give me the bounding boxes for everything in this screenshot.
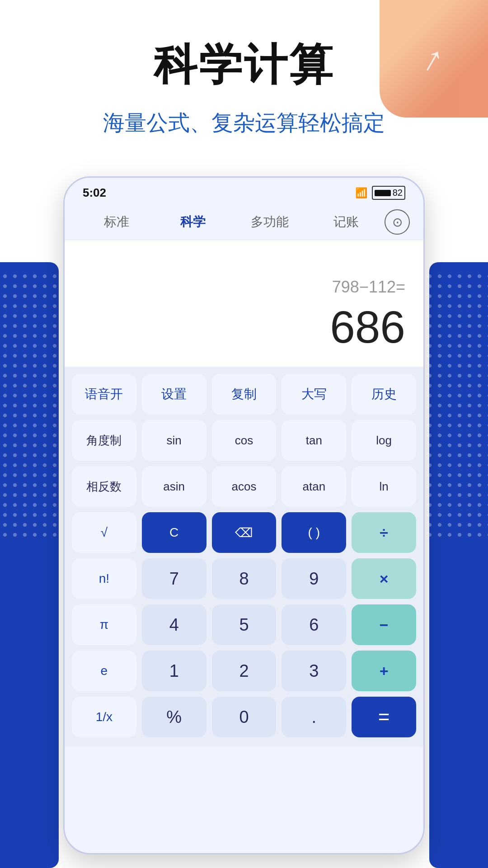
btn-3[interactable]: 3 xyxy=(282,651,346,691)
btn-tan[interactable]: tan xyxy=(282,420,346,461)
btn-subtract[interactable]: − xyxy=(352,604,416,645)
battery-indicator: 82 xyxy=(372,186,405,200)
btn-settings[interactable]: 设置 xyxy=(142,374,206,415)
btn-add[interactable]: + xyxy=(352,651,416,691)
btn-1[interactable]: 1 xyxy=(142,651,206,691)
tab-science[interactable]: 科学 xyxy=(155,209,232,235)
btn-copy[interactable]: 复制 xyxy=(212,374,277,415)
btn-cos[interactable]: cos xyxy=(212,420,277,461)
btn-4[interactable]: 4 xyxy=(142,604,206,645)
status-icons: 📶 82 xyxy=(355,186,405,200)
btn-9[interactable]: 9 xyxy=(282,558,346,599)
btn-2[interactable]: 2 xyxy=(212,651,277,691)
battery-fill xyxy=(375,190,391,196)
btn-reciprocal[interactable]: 1/x xyxy=(72,697,136,737)
btn-decimal[interactable]: . xyxy=(282,697,346,737)
keyboard: 语音开 设置 复制 大写 历史 角度制 sin cos tan log 相反数 … xyxy=(65,367,423,746)
deco-corner xyxy=(380,0,488,118)
btn-sqrt[interactable]: √ xyxy=(72,512,136,553)
btn-7[interactable]: 7 xyxy=(142,558,206,599)
btn-atan[interactable]: atan xyxy=(282,466,346,507)
btn-backspace[interactable]: ⌫ xyxy=(212,512,277,553)
battery-level: 82 xyxy=(393,188,403,198)
tab-multifunction[interactable]: 多功能 xyxy=(231,209,308,235)
display-area: 798−112= 686 xyxy=(65,240,423,367)
btn-multiply[interactable]: × xyxy=(352,558,416,599)
top-section: 科学计算 海量公式、复杂运算轻松搞定 xyxy=(0,0,488,181)
key-row-789: n! 7 8 9 × xyxy=(72,558,416,599)
btn-sin[interactable]: sin xyxy=(142,420,206,461)
btn-uppercase[interactable]: 大写 xyxy=(282,374,346,415)
btn-asin[interactable]: asin xyxy=(142,466,206,507)
btn-voice[interactable]: 语音开 xyxy=(72,374,136,415)
btn-clear[interactable]: C xyxy=(142,512,206,553)
btn-equals[interactable]: = xyxy=(352,697,416,737)
key-row-456: π 4 5 6 − xyxy=(72,604,416,645)
dot-pattern-right xyxy=(425,271,488,542)
btn-euler[interactable]: e xyxy=(72,651,136,691)
btn-log[interactable]: log xyxy=(352,420,416,461)
btn-parens[interactable]: ( ) xyxy=(282,512,346,553)
status-bar: 5:02 📶 82 xyxy=(65,178,423,204)
key-row-trig: 角度制 sin cos tan log xyxy=(72,420,416,461)
btn-acos[interactable]: acos xyxy=(212,466,277,507)
btn-history[interactable]: 历史 xyxy=(352,374,416,415)
tab-standard[interactable]: 标准 xyxy=(78,209,155,235)
profile-button[interactable]: ⊙ xyxy=(385,209,410,235)
btn-negate[interactable]: 相反数 xyxy=(72,466,136,507)
btn-factorial[interactable]: n! xyxy=(72,558,136,599)
btn-angle-mode[interactable]: 角度制 xyxy=(72,420,136,461)
tab-accounting[interactable]: 记账 xyxy=(308,209,385,235)
key-row-utility: 语音开 设置 复制 大写 历史 xyxy=(72,374,416,415)
key-row-123: e 1 2 3 + xyxy=(72,651,416,691)
profile-icon: ⊙ xyxy=(392,215,403,230)
btn-8[interactable]: 8 xyxy=(212,558,277,599)
wifi-icon: 📶 xyxy=(355,187,367,199)
nav-tabs: 标准 科学 多功能 记账 ⊙ xyxy=(65,204,423,240)
display-result: 686 xyxy=(330,301,405,353)
btn-divide[interactable]: ÷ xyxy=(352,512,416,553)
btn-6[interactable]: 6 xyxy=(282,604,346,645)
display-expression: 798−112= xyxy=(332,278,405,297)
btn-5[interactable]: 5 xyxy=(212,604,277,645)
status-time: 5:02 xyxy=(83,186,106,200)
btn-percent[interactable]: % xyxy=(142,697,206,737)
btn-pi[interactable]: π xyxy=(72,604,136,645)
key-row-inv-trig: 相反数 asin acos atan ln xyxy=(72,466,416,507)
key-row-bottom: 1/x % 0 . = xyxy=(72,697,416,737)
phone-mockup: 5:02 📶 82 标准 科学 多功能 记账 ⊙ 798−112= 686 语音… xyxy=(63,176,425,854)
btn-0[interactable]: 0 xyxy=(212,697,277,737)
btn-ln[interactable]: ln xyxy=(352,466,416,507)
key-row-ops: √ C ⌫ ( ) ÷ xyxy=(72,512,416,553)
dot-pattern-left xyxy=(0,271,63,542)
